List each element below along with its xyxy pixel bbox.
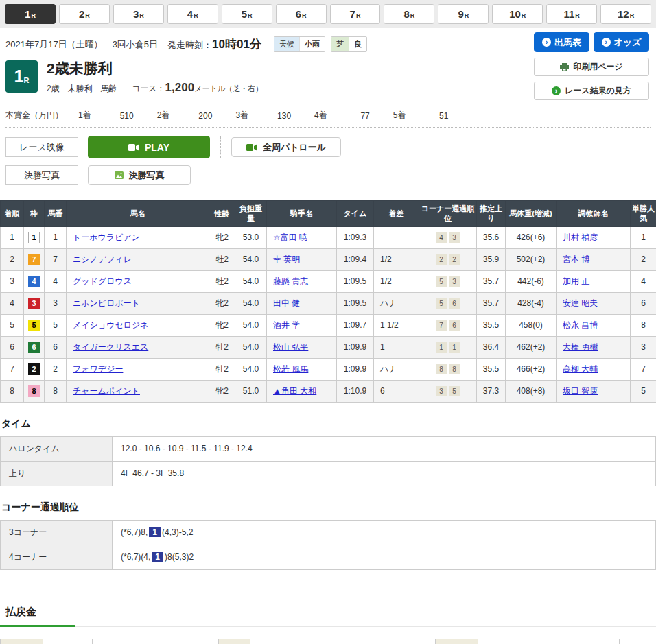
horse-name-link[interactable]: ニシノデフィレ [73, 254, 132, 264]
tab-suffix: R [194, 12, 198, 19]
trainer-link[interactable]: 安達 昭夫 [563, 298, 598, 308]
trainer-link[interactable]: 加用 正 [563, 276, 589, 286]
carried-weight: 54.0 [235, 336, 267, 358]
race-time: 1:09.3 [337, 226, 374, 248]
body-weight: 408(+8) [506, 380, 557, 402]
horse-name-link[interactable]: メイショウセロジネ [73, 320, 149, 330]
race-title-text: 2歳未勝利 2歳 未勝利 馬齢 コース：1,200メートル（芝・右） [47, 60, 263, 95]
jockey-link[interactable]: 酒井 学 [273, 320, 300, 330]
course-label: コース： [132, 84, 165, 93]
finish-photo-label: 決勝写真 [5, 165, 78, 185]
corner-order-cell: 43 [419, 226, 477, 248]
horse-name-link[interactable]: フォワデジー [73, 364, 123, 374]
col-win-popularity: 単勝人気 [631, 201, 656, 227]
jockey-link[interactable]: 藤懸 貴志 [273, 276, 308, 286]
jockey-cell: 松若 風馬 [267, 358, 337, 380]
carried-weight: 54.0 [235, 248, 267, 270]
jockey-link[interactable]: ☆富田 暁 [273, 232, 307, 242]
results-guide-button[interactable]: ›レース結果の見方 [534, 82, 649, 100]
prize-place: 1着 [78, 110, 91, 121]
race-tab-8[interactable]: 8R [384, 4, 434, 24]
jockey-link[interactable]: ▲角田 大和 [273, 386, 316, 396]
race-tab-12[interactable]: 12R [600, 4, 651, 24]
chevron-right-circle-icon: › [542, 38, 551, 47]
race-tab-4[interactable]: 4R [167, 4, 218, 24]
trainer-link[interactable]: 川村 禎彦 [563, 232, 598, 242]
corner-order-cell: 53 [419, 270, 477, 292]
winner-highlight: 1 [152, 552, 163, 562]
result-row-8: 8 8 8 チャームポイント 牝2 51.0 ▲角田 大和 1:10.9 6 3… [1, 380, 656, 402]
race-tab-2[interactable]: 2R [59, 4, 110, 24]
carried-weight: 54.0 [235, 270, 267, 292]
payout-section-title: 払戻金 [0, 606, 75, 627]
body-weight: 442(-6) [506, 270, 557, 292]
race-time: 1:09.9 [337, 336, 374, 358]
carried-weight: 54.0 [235, 292, 267, 314]
race-tab-6[interactable]: 6R [276, 4, 327, 24]
finish-photo-button[interactable]: 決勝写真 [88, 165, 191, 185]
tab-number: 11 [564, 8, 575, 20]
jockey-link[interactable]: 田中 健 [273, 298, 300, 308]
horse-name-link[interactable]: タイガークリスエス [73, 342, 148, 352]
race-header: 2021年7月17日（土曜） 3回小倉5日 発走時刻：10時01分 天候小雨 芝… [0, 28, 656, 95]
entries-button[interactable]: ›出馬表 [534, 32, 589, 52]
horse-name-cell: トーホウラビアン [67, 226, 209, 248]
trainer-link[interactable]: 松永 昌博 [563, 320, 598, 330]
frame-cell: 4 [24, 270, 45, 292]
jockey-link[interactable]: 幸 英明 [273, 254, 300, 264]
trainer-link[interactable]: 大橋 勇樹 [563, 342, 598, 352]
jockey-link[interactable]: 松山 弘平 [273, 342, 308, 352]
finish-position: 4 [1, 292, 24, 314]
time-section-title: タイム [1, 418, 656, 430]
tab-suffix: R [139, 12, 144, 19]
col-trainer: 調教師名 [557, 201, 631, 227]
race-tab-1[interactable]: 1R [5, 4, 56, 24]
horse-name-link[interactable]: グッドグロウス [73, 276, 132, 286]
body-weight: 426(+6) [506, 226, 557, 248]
last-3f-time: 35.7 [477, 270, 506, 292]
print-page-button[interactable]: 印刷用ページ [534, 58, 649, 76]
corner-position: 5 [436, 298, 447, 309]
race-tab-11[interactable]: 11R [546, 4, 597, 24]
finish-position: 1 [1, 226, 24, 248]
meeting-info: 3回小倉5日 [113, 38, 158, 51]
quinella-label: 馬連 [436, 639, 478, 644]
last-3f-time: 36.4 [477, 336, 506, 358]
race-tab-10[interactable]: 10R [492, 4, 543, 24]
prize-amount: 77 [347, 111, 370, 121]
odds-button[interactable]: ›オッズ [594, 32, 649, 52]
jockey-link[interactable]: 松若 風馬 [273, 364, 308, 374]
race-tab-3[interactable]: 3R [113, 4, 164, 24]
margin: 1 1/2 [374, 314, 419, 336]
jockey-cell: 酒井 学 [267, 314, 337, 336]
frame-cell: 6 [24, 336, 45, 358]
prize-label: 本賞金（万円） [5, 110, 63, 121]
corner-order-text: (*6,7)8, [121, 527, 148, 537]
payout-table: 単勝 1 190円 1番人気 枠連 馬連 1-7 300円 1番人気 複勝 1 … [0, 639, 656, 644]
horse-name-link[interactable]: ニホンピロポート [73, 298, 140, 308]
jockey-cell: 幸 英明 [267, 248, 337, 270]
race-tab-7[interactable]: 7R [330, 4, 381, 24]
race-time: 1:09.9 [337, 358, 374, 380]
last-3f-time: 35.9 [477, 248, 506, 270]
play-button[interactable]: PLAY [88, 136, 210, 158]
tab-number: 5 [242, 8, 247, 20]
vertical-divider [220, 136, 221, 158]
race-tab-9[interactable]: 9R [438, 4, 489, 24]
win-popularity: 4 [631, 270, 656, 292]
trainer-link[interactable]: 坂口 智康 [563, 386, 598, 396]
horse-name-link[interactable]: チャームポイント [73, 386, 140, 396]
trainer-cell: 坂口 智康 [557, 380, 631, 402]
win-popularity: 3 [631, 336, 656, 358]
tab-suffix: R [248, 12, 253, 19]
race-tab-5[interactable]: 5R [222, 4, 272, 24]
tab-number: 10 [509, 8, 521, 20]
jockey-cell: 松山 弘平 [267, 336, 337, 358]
trainer-link[interactable]: 高柳 大輔 [563, 364, 598, 374]
patrol-video-button[interactable]: 全周パトロール [231, 137, 341, 157]
trainer-cell: 加用 正 [557, 270, 631, 292]
horse-name-link[interactable]: トーホウラビアン [73, 232, 140, 242]
trainer-link[interactable]: 宮本 博 [563, 254, 589, 264]
win-popularity: 1番人気 [176, 639, 219, 644]
finish-position: 7 [1, 358, 24, 380]
